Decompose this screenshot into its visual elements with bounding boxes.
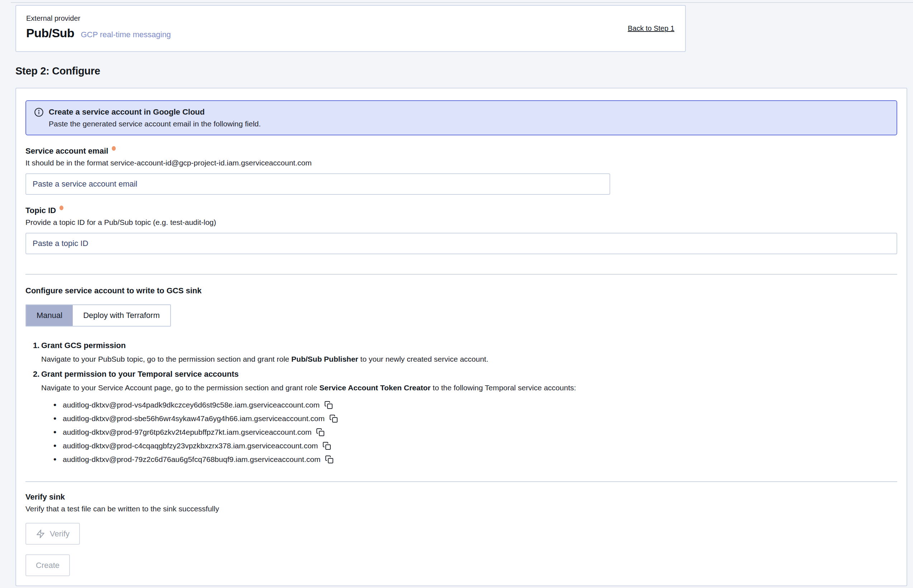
provider-card: External provider Pub/Sub GCP real-time … xyxy=(15,5,686,52)
step-1-title-text: Grant GCS permission xyxy=(41,340,126,351)
step-2-title-text: Grant permission to your Temporal servic… xyxy=(41,369,239,380)
back-to-step1-link[interactable]: Back to Step 1 xyxy=(628,24,674,32)
list-item: • auditlog-dktxv@prod-c4cqaqgbfzy23vpzkb… xyxy=(53,439,897,452)
section-divider xyxy=(26,481,897,482)
service-account-email: auditlog-dktxv@prod-97gr6tp6zkv2t4epubff… xyxy=(63,428,311,436)
provider-card-label: External provider xyxy=(26,14,674,23)
copy-icon[interactable] xyxy=(324,401,333,410)
page-title: Step 2: Configure xyxy=(15,65,100,77)
list-item: • auditlog-dktxv@prod-sbe56h6wr4sykaw47a… xyxy=(53,412,897,425)
create-button[interactable]: Create xyxy=(26,554,70,576)
step-2-title: 2. Grant permission to your Temporal ser… xyxy=(33,369,897,380)
service-account-list: • auditlog-dktxv@prod-vs4padk9dkczcey6d6… xyxy=(53,398,897,466)
provider-description: GCP real-time messaging xyxy=(81,30,170,39)
verify-sink-helper: Verify that a test file can be written t… xyxy=(26,504,897,514)
service-account-email-label: Service account email xyxy=(26,146,897,156)
configure-card: Create a service account in Google Cloud… xyxy=(15,88,907,586)
tab-deploy-terraform[interactable]: Deploy with Terraform xyxy=(73,305,170,326)
list-item: • auditlog-dktxv@prod-97gr6tp6zkv2t4epub… xyxy=(53,425,897,439)
list-item: • auditlog-dktxv@prod-vs4padk9dkczcey6d6… xyxy=(53,398,897,412)
service-account-email: auditlog-dktxv@prod-sbe56h6wr4sykaw47a6y… xyxy=(63,414,325,423)
verify-button-row: Verify xyxy=(26,514,897,545)
lightning-icon xyxy=(36,529,45,539)
configure-method-tabs: Manual Deploy with Terraform xyxy=(26,304,171,326)
topic-id-input[interactable] xyxy=(26,233,897,254)
create-button-row: Create xyxy=(26,545,897,576)
step-1-role-name: Pub/Sub Publisher xyxy=(291,355,358,363)
copy-icon[interactable] xyxy=(322,441,332,451)
info-banner: Create a service account in Google Cloud… xyxy=(26,100,897,136)
step-2-number: 2. xyxy=(33,369,41,380)
list-item: • auditlog-dktxv@prod-79z2c6d76au6g5fcq7… xyxy=(53,452,897,466)
create-button-label: Create xyxy=(36,561,60,570)
required-indicator xyxy=(112,146,116,151)
service-account-email-input[interactable] xyxy=(26,173,610,195)
step-1-title: 1. Grant GCS permission xyxy=(33,340,897,351)
copy-icon[interactable] xyxy=(329,414,338,423)
info-banner-text: Create a service account in Google Cloud… xyxy=(49,107,261,129)
section-divider xyxy=(26,274,897,275)
step-1-instruction-prefix: Navigate to your PubSub topic, go to the… xyxy=(41,355,291,363)
step-1-instruction: Navigate to your PubSub topic, go to the… xyxy=(41,354,897,365)
required-indicator xyxy=(60,205,63,210)
verify-button-label: Verify xyxy=(50,529,70,539)
step-2-instruction-suffix: to the following Temporal service accoun… xyxy=(431,383,576,392)
bullet: • xyxy=(53,414,63,423)
bullet: • xyxy=(53,455,63,464)
configure-sink-heading: Configure service account to write to GC… xyxy=(26,286,897,296)
service-account-email: auditlog-dktxv@prod-c4cqaqgbfzy23vpzkbxz… xyxy=(63,441,318,450)
bullet: • xyxy=(53,401,63,409)
copy-icon[interactable] xyxy=(316,428,325,437)
service-account-email-helper: It should be in the format service-accou… xyxy=(26,158,897,168)
provider-name: Pub/Sub xyxy=(26,26,74,40)
manual-steps: 1. Grant GCS permission Navigate to your… xyxy=(26,340,897,466)
topic-id-helper: Provide a topic ID for a Pub/Sub topic (… xyxy=(26,218,897,227)
top-divider xyxy=(11,2,913,3)
info-icon xyxy=(34,107,44,117)
step-2-role-name: Service Account Token Creator xyxy=(319,383,431,392)
service-account-email-label-text: Service account email xyxy=(26,147,108,155)
verify-sink-heading: Verify sink xyxy=(26,492,897,502)
step-2-instruction: Navigate to your Service Account page, g… xyxy=(41,383,897,393)
provider-row: Pub/Sub GCP real-time messaging xyxy=(26,26,674,40)
info-banner-title: Create a service account in Google Cloud xyxy=(49,107,261,117)
service-account-email: auditlog-dktxv@prod-vs4padk9dkczcey6d6st… xyxy=(63,401,320,409)
bullet: • xyxy=(53,441,63,450)
info-banner-body: Paste the generated service account emai… xyxy=(49,119,261,129)
step-1-number: 1. xyxy=(33,340,41,351)
topic-id-label-text: Topic ID xyxy=(26,206,56,215)
verify-button[interactable]: Verify xyxy=(26,523,80,545)
tab-manual[interactable]: Manual xyxy=(26,305,73,326)
bullet: • xyxy=(53,428,63,436)
step-1-instruction-suffix: to your newly created service account. xyxy=(358,355,488,363)
step-2-instruction-prefix: Navigate to your Service Account page, g… xyxy=(41,383,319,392)
topic-id-label: Topic ID xyxy=(26,205,897,216)
service-account-email: auditlog-dktxv@prod-79z2c6d76au6g5fcq768… xyxy=(63,455,321,464)
copy-icon[interactable] xyxy=(325,455,334,464)
